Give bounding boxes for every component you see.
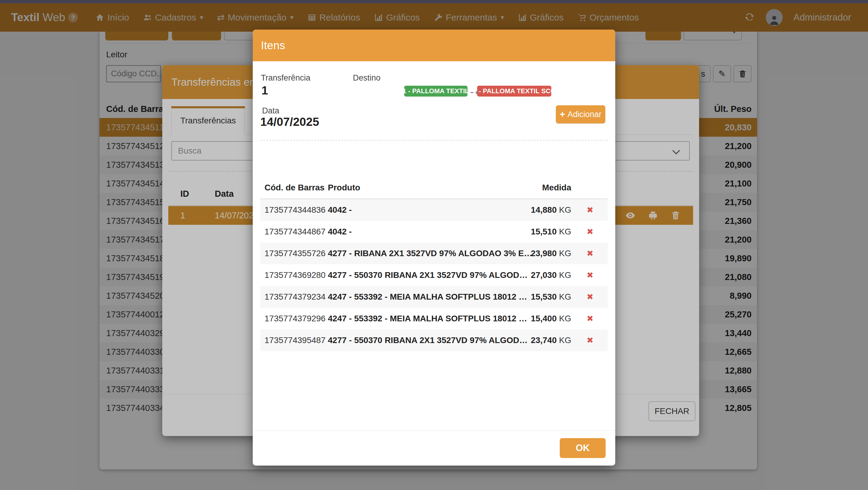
remove-item-icon[interactable]: ✖ <box>587 227 593 237</box>
date-label: Data <box>262 106 279 116</box>
add-button[interactable]: + Adicionar <box>556 105 605 123</box>
item-row: 1735774344836 4042 - 14,880 KG ✖ <box>260 199 608 221</box>
divider <box>253 431 615 431</box>
column-header-measure: Medida <box>526 183 571 192</box>
divider-dashed <box>260 140 608 141</box>
date-value: 14/07/2025 <box>260 115 319 128</box>
item-row: 1735774344867 4042 - 15,510 KG ✖ <box>260 221 608 243</box>
remove-item-icon[interactable]: ✖ <box>587 314 593 324</box>
destino-label: Destino <box>353 73 381 83</box>
item-row: 1735774379234 4247 - 553392 - MEIA MALHA… <box>260 286 608 308</box>
remove-item-icon[interactable]: ✖ <box>587 336 593 345</box>
remove-item-icon[interactable]: ✖ <box>587 249 593 258</box>
browser-chrome-strip <box>0 0 868 3</box>
transfer-value: 1 <box>261 84 268 97</box>
remove-item-icon[interactable]: ✖ <box>587 270 593 280</box>
app-screen: TextilWeb ? Início Cadastros ▾ ⇄ Movimen… <box>0 0 868 490</box>
column-header-product: Produto <box>328 183 360 192</box>
origin-badge: 1 - PALLOMA TEXTIL <box>404 86 467 97</box>
remove-item-icon[interactable]: ✖ <box>587 205 593 215</box>
destination-badge: 2 - PALLOMA TEXTIL SCC <box>477 86 551 97</box>
transfer-label: Transferência <box>261 73 310 83</box>
remove-item-icon[interactable]: ✖ <box>587 292 593 302</box>
items-modal-header <box>253 30 615 61</box>
item-row: 1735774355726 4277 - RIBANA 2X1 3527VD 9… <box>260 243 608 264</box>
items-modal: Itens Transferência 1 Destino 1 - PALLOM… <box>253 30 615 465</box>
ok-button[interactable]: OK <box>560 438 606 458</box>
item-row: 1735774395487 4277 - 550370 RIBANA 2X1 3… <box>260 330 608 351</box>
items-modal-title: Itens <box>261 30 285 61</box>
item-row: 1735774379296 4247 - 553392 - MEIA MALHA… <box>260 308 608 330</box>
plus-icon: + <box>560 109 565 120</box>
item-row: 1735774369280 4277 - 550370 RIBANA 2X1 3… <box>260 264 608 286</box>
column-header-barcode: Cód. de Barras <box>265 183 324 192</box>
